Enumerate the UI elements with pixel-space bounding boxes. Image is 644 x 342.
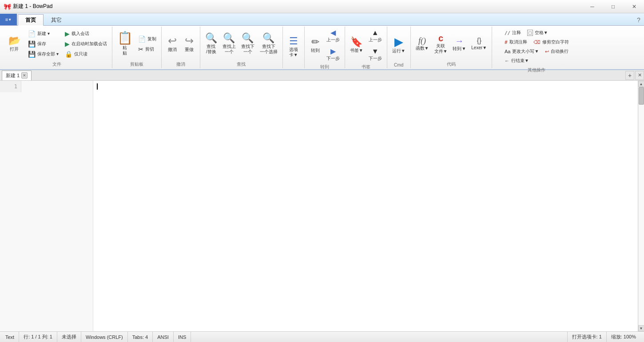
document-tab-1[interactable]: 新建 1 ✕ [2, 71, 32, 80]
paste-button[interactable]: 📋 粘贴 [115, 28, 135, 60]
save-button[interactable]: 💾 保存 [26, 39, 61, 49]
ribbon-menu-button[interactable]: ≡ ▼ [0, 14, 17, 25]
statusbar-spacer [191, 332, 567, 342]
statusbar-tabs[interactable]: Tabs: 4 [128, 332, 153, 342]
line-end-button[interactable]: ← 行结束▼ [502, 56, 531, 65]
text-cursor [97, 83, 98, 90]
undo-group-content: ↩ 撤消 ↪ 重做 [164, 28, 197, 60]
readonly-button[interactable]: 🔒 仅只读 [63, 49, 109, 59]
uncomment-icon: # [505, 39, 508, 45]
open-button[interactable]: 📂 打开 [4, 28, 24, 60]
trim-space-button[interactable]: ⌫ 修剪空白字符 [531, 38, 571, 47]
code-group-content: f() 函数▼ c 关联文件▼ → 转到▼ {} Lexer▼ [413, 28, 489, 60]
auto-wrap-button[interactable]: ↩ 自动换行 [543, 47, 571, 56]
ribbon-group-other-ops: // 注释 □ 空格▼ # 取消注释 ⌫ 修剪空白字符 [492, 27, 581, 68]
space-btn[interactable]: □ 空格▼ [525, 28, 550, 37]
bookmark-up-icon: ▲ [372, 29, 379, 36]
redo-button[interactable]: ↪ 重做 [181, 31, 197, 57]
titlebar: 🎀 新建 1 - BowPad ─ □ ✕ [0, 0, 644, 13]
statusbar-lineending[interactable]: Windows (CRLF) [81, 332, 128, 342]
find-replace-button[interactable]: 🔍 查找/替换 [203, 31, 219, 57]
save-all-button[interactable]: 💾 保存全部 ▾ [26, 49, 61, 59]
file-v-group: 📄 新建 ▾ 💾 保存 💾 保存全部 ▾ [26, 28, 61, 60]
paste-icon: 📋 [117, 32, 133, 44]
bookmark-down-button[interactable]: ▼ 下一步 [366, 46, 384, 63]
find-select-button[interactable]: 🔍 查找下一个选择 [258, 31, 280, 57]
next-step-button[interactable]: ▶ 下一步 [324, 46, 342, 63]
save-label: 保存 [37, 41, 46, 47]
bookmark-down-icon: ▼ [372, 48, 379, 55]
ribbon-group-bookmark: 🔖 书签▼ ▲ 上一步 ▼ 下一步 书签 [345, 27, 387, 68]
tab-other[interactable]: 其它 [44, 14, 69, 26]
doc-tab-close-button[interactable]: ✕ [21, 72, 28, 79]
cut-icon: ✂ [138, 46, 143, 53]
ribbon-group-clipboard: 📋 粘贴 📄 复制 ✂ 剪切 剪贴板 [112, 27, 162, 68]
find-prev-icon: 🔍 [223, 33, 235, 43]
lexer-button[interactable]: {} Lexer▼ [469, 31, 489, 57]
minimize-button[interactable]: ─ [582, 0, 602, 13]
next-step-icon: ▶ [330, 48, 336, 55]
other-ops-label: 其他操作 [528, 67, 545, 73]
sidebar-panel: 1 [0, 81, 93, 331]
undo-label: 撤消 [168, 47, 177, 52]
ribbon-group-select: ☰ 选项卡▼ [283, 27, 305, 68]
scrollbar-down-arrow[interactable]: ▼ [638, 325, 644, 331]
code-group-label: 代码 [447, 61, 456, 67]
help-button[interactable]: ? [633, 15, 644, 25]
bookmark-label: 书签▼ [350, 48, 363, 53]
file-group-content: 📂 打开 📄 新建 ▾ 💾 保存 💾 保存全部 ▾ [4, 28, 109, 60]
bookmark-up-button[interactable]: ▲ 上一步 [366, 28, 384, 44]
cut-button[interactable]: ✂ 剪切 [136, 44, 159, 54]
uncomment-button[interactable]: # 取消注释 [502, 38, 529, 47]
select-option-button[interactable]: ☰ 选项卡▼ [286, 34, 302, 60]
uppercase-icon: Aa [505, 49, 510, 54]
run-button[interactable]: ▶ 运行▼ [390, 31, 408, 58]
statusbar-ins[interactable]: INS [174, 332, 191, 342]
statusbar-encoding[interactable]: ANSI [153, 332, 174, 342]
uppercase-button[interactable]: Aa 更改大小写▼ [502, 47, 541, 56]
scrollbar-track[interactable] [639, 87, 644, 325]
undo-button[interactable]: ↩ 撤消 [164, 31, 180, 57]
comment-button[interactable]: // 注释 [502, 28, 523, 37]
titlebar-title: 新建 1 - BowPad [13, 3, 52, 10]
space-label: 空格▼ [535, 30, 548, 36]
close-button[interactable]: ✕ [624, 0, 644, 13]
tab-home[interactable]: 首页 [18, 14, 44, 26]
statusbar-filetype[interactable]: Text [4, 332, 19, 342]
find-next-icon: 🔍 [242, 33, 254, 43]
goto-group-label: 转到 [320, 64, 329, 70]
bookmark-button[interactable]: 🔖 书签▼ [348, 32, 366, 59]
uppercase-label: 更改大小写▼ [512, 48, 539, 55]
find-next-button[interactable]: 🔍 查找下一个 [239, 31, 257, 57]
goto-button[interactable]: ✏ 转到 [307, 32, 323, 59]
select-option-label: 选项卡▼ [289, 47, 298, 58]
find-prev-button[interactable]: 🔍 查找上一个 [220, 31, 238, 57]
clipboard-group-label: 剪贴板 [130, 61, 143, 67]
prev-step-button[interactable]: ◀ 上一步 [324, 28, 342, 44]
vertical-scrollbar: ▲ ▼ [638, 81, 644, 331]
bookmark-group-content: 🔖 书签▼ ▲ 上一步 ▼ 下一步 [348, 28, 384, 63]
open-icon: 📂 [8, 36, 20, 46]
doc-tab-name: 新建 1 [6, 72, 20, 79]
load-session-label: 载入会话 [72, 31, 89, 37]
add-session-button[interactable]: ▶ 在启动时加载会话 [63, 39, 109, 49]
scrollbar-up-arrow[interactable]: ▲ [638, 81, 644, 87]
ribbon-tabs: ≡ ▼ 首页 其它 ? [0, 13, 644, 26]
copy-cut-group: 📄 复制 ✂ 剪切 [136, 28, 159, 60]
goto-code-button[interactable]: → 转到▼ [450, 31, 468, 57]
statusbar-open-tabs: 打开选项卡: 1 [568, 332, 607, 342]
copy-button[interactable]: 📄 复制 [136, 34, 159, 44]
editor-area[interactable] [93, 81, 638, 331]
new-tab-button[interactable]: + [625, 71, 634, 80]
line-end-icon: ← [505, 58, 509, 63]
new-button[interactable]: 📄 新建 ▾ [26, 29, 61, 39]
close-tab-button[interactable]: ✕ [635, 71, 644, 80]
ribbon-group-undo: ↩ 撤消 ↪ 重做 撤消 [162, 27, 200, 68]
maximize-button[interactable]: □ [603, 0, 623, 13]
copy-label: 复制 [147, 36, 156, 42]
app-icon: 🎀 [4, 3, 11, 10]
function-button[interactable]: f() 函数▼ [413, 31, 431, 57]
keyword-button[interactable]: c 关联文件▼ [432, 31, 450, 57]
scrollbar-thumb[interactable] [639, 87, 644, 105]
load-session-button[interactable]: ▶ 载入会话 [63, 29, 109, 39]
